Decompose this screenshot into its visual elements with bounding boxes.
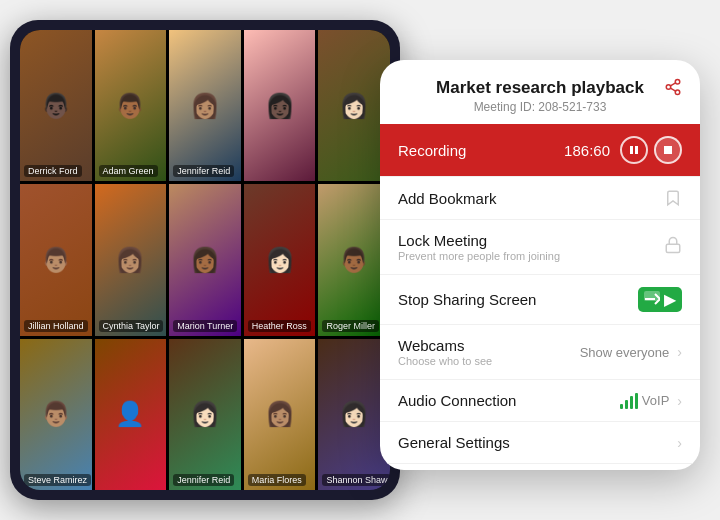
participant-name: Adam Green bbox=[99, 165, 158, 177]
menu-list: Recording 186:60 Add Bookmark bbox=[380, 124, 700, 470]
signal-bars-icon bbox=[620, 393, 638, 409]
recording-controls bbox=[620, 136, 682, 164]
audio-connection-right: VoIP › bbox=[620, 393, 682, 409]
general-settings-label: General Settings bbox=[398, 434, 673, 451]
svg-rect-7 bbox=[664, 146, 672, 154]
add-bookmark-menu-item[interactable]: Add Bookmark bbox=[380, 177, 700, 220]
show-everyone-label: Show everyone bbox=[580, 345, 670, 360]
participant-name: Jillian Holland bbox=[24, 320, 88, 332]
webcams-chevron-icon: › bbox=[677, 344, 682, 360]
video-cell: 👨🏽Steve Ramirez bbox=[20, 339, 92, 490]
video-cell: 👨🏿Derrick Ford bbox=[20, 30, 92, 181]
participant-name: Jennifer Reid bbox=[173, 474, 234, 486]
phone-header: Market research playback Meeting ID: 208… bbox=[380, 60, 700, 124]
participant-name: Shannon Shaw bbox=[322, 474, 390, 486]
webcams-label: Webcams bbox=[398, 337, 580, 354]
video-cell: 👩🏻Jennifer Reid bbox=[169, 339, 241, 490]
phone-panel: Market research playback Meeting ID: 208… bbox=[380, 60, 700, 470]
video-cell: 👩🏿 bbox=[244, 30, 316, 181]
svg-line-3 bbox=[670, 88, 675, 91]
pause-button[interactable] bbox=[620, 136, 648, 164]
video-cell: 👨🏾Adam Green bbox=[95, 30, 167, 181]
stop-sharing-menu-item[interactable]: Stop Sharing Screen ▶ bbox=[380, 275, 700, 325]
audio-connection-label: Audio Connection bbox=[398, 392, 620, 409]
audio-chevron-icon: › bbox=[677, 393, 682, 409]
voip-label: VoIP bbox=[642, 393, 669, 408]
svg-line-4 bbox=[670, 83, 675, 86]
video-grid: 👨🏿Derrick Ford👨🏾Adam Green👩🏽Jennifer Rei… bbox=[20, 30, 390, 490]
bookmark-icon bbox=[664, 189, 682, 207]
video-cell: 👩🏽Cynthia Taylor bbox=[95, 184, 167, 335]
participant-name: Derrick Ford bbox=[24, 165, 82, 177]
stop-button[interactable] bbox=[654, 136, 682, 164]
screen-share-icon: ▶ bbox=[638, 287, 682, 312]
participant-name: Jennifer Reid bbox=[173, 165, 234, 177]
lock-meeting-label: Lock Meeting bbox=[398, 232, 664, 249]
webcams-sublabel: Choose who to see bbox=[398, 355, 580, 367]
webcams-right: Show everyone › bbox=[580, 344, 682, 360]
tablet: 🔒 👨🏿Derrick Ford👨🏾Adam Green👩🏽Jennifer R… bbox=[10, 20, 400, 500]
participant-name: Heather Ross bbox=[248, 320, 311, 332]
video-cell: 👨🏽Jillian Holland bbox=[20, 184, 92, 335]
meeting-title: Market research playback bbox=[400, 78, 680, 98]
video-cell: 👩🏾Marion Turner bbox=[169, 184, 241, 335]
settings-chevron-icon: › bbox=[677, 435, 682, 451]
general-settings-menu-item[interactable]: General Settings › bbox=[380, 422, 700, 464]
participant-name: Steve Ramirez bbox=[24, 474, 91, 486]
webcams-menu-item[interactable]: Webcams Choose who to see Show everyone … bbox=[380, 325, 700, 380]
svg-rect-8 bbox=[666, 244, 680, 252]
lock-icon bbox=[664, 236, 682, 258]
video-cell: 👩🏽Maria Flores bbox=[244, 339, 316, 490]
participant-name: Cynthia Taylor bbox=[99, 320, 164, 332]
recording-label: Recording bbox=[398, 142, 564, 159]
share-icon[interactable] bbox=[664, 78, 682, 101]
add-bookmark-label: Add Bookmark bbox=[398, 190, 664, 207]
video-cell: 👩🏻Heather Ross bbox=[244, 184, 316, 335]
lock-meeting-menu-item[interactable]: Lock Meeting Prevent more people from jo… bbox=[380, 220, 700, 275]
stop-sharing-label: Stop Sharing Screen bbox=[398, 291, 638, 308]
participant-name: Marion Turner bbox=[173, 320, 237, 332]
participant-name: Roger Miller bbox=[322, 320, 379, 332]
recording-menu-item[interactable]: Recording 186:60 bbox=[380, 124, 700, 177]
audio-connection-menu-item[interactable]: Audio Connection VoIP › bbox=[380, 380, 700, 422]
svg-rect-5 bbox=[630, 146, 633, 154]
participant-name: Maria Flores bbox=[248, 474, 306, 486]
recording-time: 186:60 bbox=[564, 142, 610, 159]
lock-meeting-sublabel: Prevent more people from joining bbox=[398, 250, 664, 262]
video-cell: 👩🏽Jennifer Reid bbox=[169, 30, 241, 181]
general-settings-right: › bbox=[673, 435, 682, 451]
video-cell: 👤 bbox=[95, 339, 167, 490]
svg-rect-6 bbox=[635, 146, 638, 154]
meeting-id: Meeting ID: 208-521-733 bbox=[400, 100, 680, 114]
